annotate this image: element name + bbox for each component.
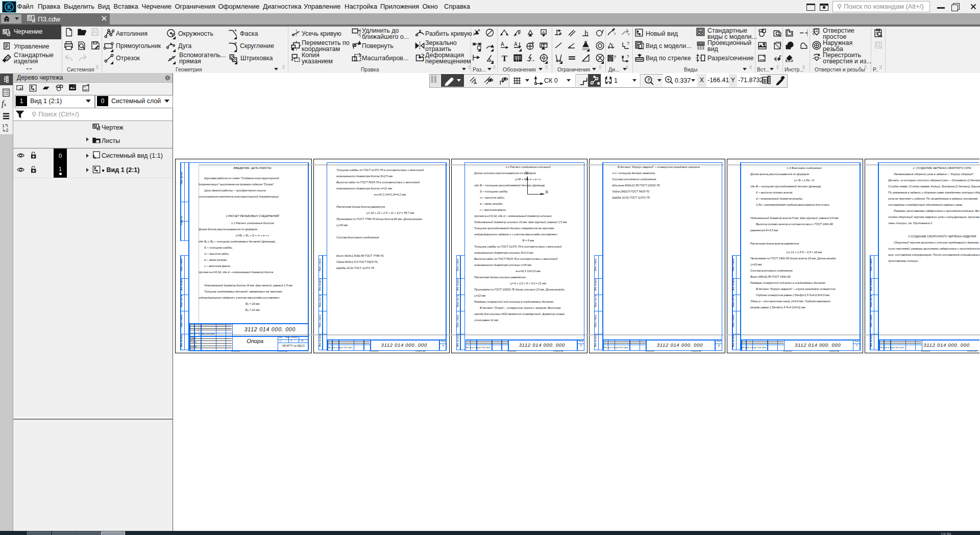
svg-text:?: ?	[627, 41, 629, 46]
svg-text:?: ?	[614, 32, 616, 36]
svg-text:А: А	[542, 30, 545, 35]
svg-text:?: ?	[627, 54, 629, 59]
svg-text:К: К	[7, 4, 11, 11]
svg-text:А: А	[501, 41, 504, 47]
svg-text:?: ?	[599, 56, 601, 61]
svg-text:?: ?	[611, 43, 614, 47]
svg-text:?: ?	[614, 54, 616, 60]
svg-text:А: А	[514, 41, 518, 47]
svg-text:?: ?	[627, 32, 630, 37]
svg-text:T: T	[502, 54, 507, 63]
